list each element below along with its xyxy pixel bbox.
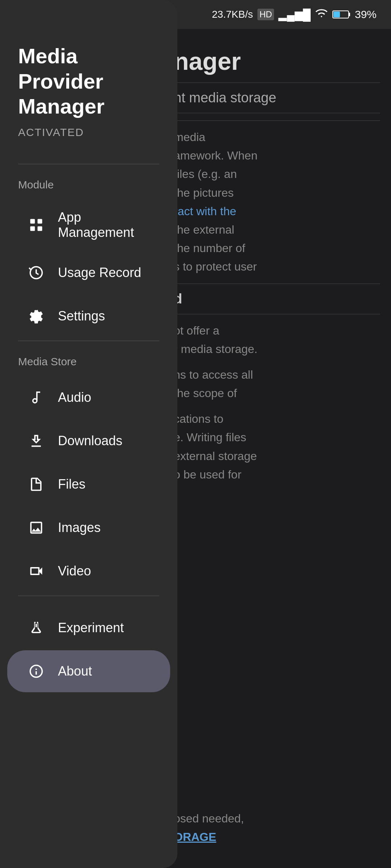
bg-body-2: ot offer ar media storage. <box>174 322 380 358</box>
flask-icon <box>25 617 47 639</box>
bg-heading-2: d <box>174 291 380 307</box>
drawer-item-video[interactable]: Video <box>7 550 170 592</box>
svg-rect-6 <box>38 226 42 231</box>
bg-title: nager <box>174 47 380 75</box>
drawer-item-files[interactable]: Files <box>7 463 170 505</box>
bg-bottom-link: ORAGE <box>174 830 216 843</box>
app-management-label: App Management <box>58 210 152 240</box>
svg-rect-4 <box>38 219 42 224</box>
network-speed: 23.7KB/s <box>212 9 253 20</box>
battery-percent: 39% <box>355 8 377 21</box>
audio-label: Audio <box>58 390 91 405</box>
network-type: HD <box>257 9 274 20</box>
info-icon <box>25 660 47 682</box>
grid-icon <box>25 214 47 236</box>
drawer-item-experiment[interactable]: Experiment <box>7 607 170 649</box>
drawer-divider-2 <box>18 341 159 341</box>
drawer-section-module: Module <box>0 175 177 198</box>
drawer-item-usage-record[interactable]: Usage Record <box>7 252 170 294</box>
drawer-divider-3 <box>18 596 159 596</box>
image-icon <box>25 517 47 539</box>
history-icon <box>25 262 47 284</box>
drawer-item-about[interactable]: About <box>7 650 170 692</box>
video-icon <box>25 560 47 582</box>
bg-link-1: ract with the <box>174 205 236 218</box>
music-icon <box>25 387 47 408</box>
svg-rect-1 <box>349 13 350 16</box>
drawer-item-audio[interactable]: Audio <box>7 376 170 418</box>
signal-icon: ▂▄▆█ <box>278 8 311 21</box>
svg-rect-3 <box>30 219 35 224</box>
bg-bottom-text: osed needed, ORAGE <box>174 809 380 846</box>
video-label: Video <box>58 563 91 579</box>
navigation-drawer: Media Provider Manager ACTIVATED Module … <box>0 0 177 868</box>
downloads-label: Downloads <box>58 433 122 448</box>
drawer-item-downloads[interactable]: Downloads <box>7 420 170 462</box>
drawer-section-mediastore: Media Store <box>0 352 177 375</box>
bg-body-4: cations toe. Writing filesexternal stora… <box>174 410 380 484</box>
wifi-icon <box>315 8 328 21</box>
drawer-item-app-management[interactable]: App Management <box>7 200 170 250</box>
battery-icon <box>332 10 350 19</box>
images-label: Images <box>58 520 101 535</box>
bg-body-3: ns to access allthe scope of <box>174 366 380 403</box>
drawer-header: Media Provider Manager ACTIVATED <box>0 29 177 160</box>
gear-icon <box>25 305 47 327</box>
settings-label: Settings <box>58 309 105 324</box>
usage-record-label: Usage Record <box>58 265 141 280</box>
background-content: nager nt media storage mediaamework. Whe… <box>159 29 391 868</box>
drawer-item-images[interactable]: Images <box>7 507 170 549</box>
bg-subtitle: nt media storage <box>174 90 380 106</box>
experiment-label: Experiment <box>58 620 124 635</box>
bg-body-1: mediaamework. Whenfiles (e.g. anthe pict… <box>174 128 380 276</box>
about-label: About <box>58 664 92 679</box>
drawer-title: Media Provider Manager <box>18 43 159 119</box>
svg-rect-5 <box>30 226 35 231</box>
status-right-icons: 23.7KB/s HD ▂▄▆█ 39% <box>212 8 377 21</box>
drawer-divider-1 <box>18 164 159 164</box>
files-label: Files <box>58 477 85 492</box>
drawer-status: ACTIVATED <box>18 126 159 139</box>
bg-bottom: osed needed, ORAGE <box>174 809 380 846</box>
download-icon <box>25 430 47 452</box>
file-icon <box>25 473 47 495</box>
drawer-item-settings[interactable]: Settings <box>7 295 170 337</box>
svg-rect-2 <box>333 12 340 17</box>
